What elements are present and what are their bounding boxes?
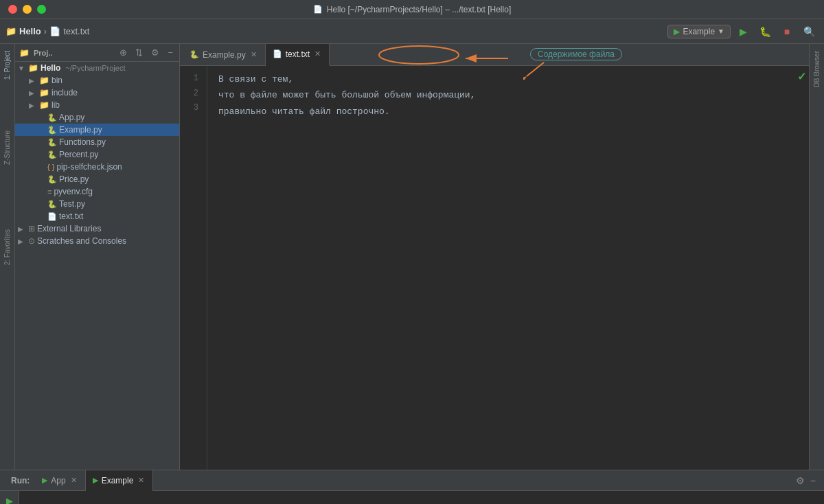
tree-item-pipselfcheck[interactable]: ▶ { } pip-selfcheck.json [15,161,179,173]
tree-item-pyvenvcfg[interactable]: ▶ ≡ pyvenv.cfg [15,185,179,198]
tree-item-scratches[interactable]: ▶ ⊙ Scratches and Consoles [15,235,179,247]
run-label: Run: [5,476,35,485]
traffic-lights [8,5,46,14]
tab-label: text.txt [286,49,310,59]
search-button[interactable]: 🔍 [799,22,819,41]
run-panel: Run: ▶ App ✕ ▶ Example ✕ ⚙ − ▶ ↑ ↓ ⏸ ⇄ ⬆… [0,470,824,504]
tree-item-functionspy[interactable]: ▶ 🐍 Functions.py [15,136,179,148]
python-file-icon: 🐍 [47,150,57,159]
run-tab-label: App [51,476,65,485]
text-file-icon: 📄 [47,212,57,221]
settings-icon[interactable]: ⚙ [149,47,161,58]
editor-content-area: 1 2 3 В связи с тем, что в файле может б… [180,66,809,470]
sync-icon[interactable]: ⇅ [133,47,145,58]
add-content-icon[interactable]: ⊕ [117,47,129,58]
run-close-icon[interactable]: − [808,474,819,488]
file-icon: 📄 [313,5,323,14]
tree-label: Scratches and Consoles [37,236,126,246]
run-tab-example[interactable]: ▶ Example ✕ [86,470,154,491]
tree-path: ~/PycharmProject [65,64,125,72]
run-side-buttons: ▶ ↑ ↓ ⏸ ⇄ ⬆ 🖨 🗑 [0,491,19,504]
sidebar-item-structure[interactable]: Z-Structure [2,126,12,169]
tree-label: Price.py [59,174,89,184]
tree-item-lib[interactable]: ▶ 📁 lib [15,99,179,111]
tree-item-bin[interactable]: ▶ 📁 bin [15,74,179,87]
folder-icon: 📁 [39,100,49,110]
annotation-bubble: Содержимое файла [530,48,622,60]
expand-arrow-icon: ▶ [18,225,26,233]
expand-arrow-icon: ▶ [29,89,37,97]
folder-icon: 📁 [39,88,49,98]
tree-item-pricepy[interactable]: ▶ 🐍 Price.py [15,173,179,185]
tab-highlight-oval [378,45,460,65]
project-icon: 📁 [5,26,16,36]
run-tab-icon: ▶ [42,476,47,485]
run-tab-close-icon[interactable]: ✕ [137,476,146,485]
tab-label: Example.py [203,50,246,60]
expand-arrow-icon: ▶ [29,77,37,84]
tree-label: External Libraries [37,224,101,233]
tree-label: Hello [41,63,60,73]
tree-item-root[interactable]: ▼ 📁 Hello ~/PycharmProject [15,62,179,74]
sidebar-item-db-browser[interactable]: DB Browser [812,47,822,91]
run-output: /Users/dmitriy/PycharmProjects/Hello/bin… [19,491,824,504]
run-tab-close-icon[interactable]: ✕ [69,476,78,485]
python-file-icon: 🐍 [47,175,57,184]
line-numbers: 1 2 3 [180,66,207,470]
sidebar-item-project[interactable]: 1: Project [2,47,12,84]
tree-item-texttxt[interactable]: ▶ 📄 text.txt [15,210,179,222]
dropdown-arrow-icon: ▼ [718,27,724,35]
tree-item-testpy[interactable]: ▶ 🐍 Test.py [15,198,179,210]
tree-label: include [52,88,78,98]
tab-close-icon[interactable]: ✕ [249,50,258,59]
maximize-button[interactable] [37,5,46,14]
tree-label: Test.py [59,199,85,209]
svg-point-0 [379,46,459,64]
debug-button[interactable]: 🐛 [755,22,775,41]
code-content[interactable]: В связи с тем, что в файле может быть бо… [207,66,809,470]
validation-checkmark-icon: ✓ [797,70,806,83]
tab-texttxt[interactable]: 📄 text.txt ✕ [266,44,330,66]
sidebar-item-favorites[interactable]: 2: Favorites [2,225,12,269]
annotation-text: Содержимое файла [530,48,622,60]
expand-arrow-icon: ▶ [29,102,37,109]
editor-tabs: 🐍 Example.py ✕ 📄 text.txt ✕ [180,44,809,66]
minimize-panel-icon[interactable]: − [165,47,175,58]
tree-label: lib [52,100,60,110]
run-config-selector[interactable]: ▶ Example ▼ [667,25,731,38]
file-tree-toolbar: 📁 Proj.. ⊕ ⇅ ⚙ − [15,44,179,62]
editor-content[interactable]: 1 2 3 В связи с тем, что в файле может б… [180,66,809,470]
run-panel-body: ▶ ↑ ↓ ⏸ ⇄ ⬆ 🖨 🗑 /Users/dmitriy/PycharmPr… [0,491,824,504]
editor-tabs-container: 🐍 Example.py ✕ 📄 text.txt ✕ [180,44,809,66]
run-play-button[interactable]: ▶ [2,494,17,504]
tree-item-include[interactable]: ▶ 📁 include [15,87,179,99]
tree-label: Example.py [59,125,102,135]
stop-button[interactable]: ■ [777,22,797,41]
main-layout: 1: Project Z-Structure 2: Favorites 📁 Pr… [0,44,824,470]
json-file-icon: { } [47,163,54,171]
minimize-button[interactable] [23,5,32,14]
folder-icon: 📁 [39,76,49,85]
tab-close-icon[interactable]: ✕ [313,49,322,58]
expand-arrow-icon: ▼ [18,65,26,72]
breadcrumb: 📁 Hello › 📄 text.txt [5,26,89,36]
line-number: 3 [185,101,198,116]
external-libs-icon: ⊞ [28,224,35,233]
window-title: 📄 Hello [~/PycharmProjects/Hello] – .../… [313,5,511,14]
python-file-icon: 🐍 [47,200,57,209]
file-tree: 📁 Proj.. ⊕ ⇅ ⚙ − ▼ 📁 Hello ~/PycharmProj… [15,44,180,470]
run-tab-icon: ▶ [93,476,98,485]
close-button[interactable] [8,5,17,14]
run-button[interactable]: ▶ [733,22,753,41]
tree-item-external-libs[interactable]: ▶ ⊞ External Libraries [15,222,179,235]
tree-label: Percent.py [59,150,98,159]
run-tab-app[interactable]: ▶ App ✕ [35,470,85,491]
main-toolbar: 📁 Hello › 📄 text.txt ▶ Example ▼ ▶ 🐛 ■ 🔍 [0,19,824,44]
run-settings-icon[interactable]: ⚙ [793,474,808,488]
tree-item-examplepy[interactable]: ▶ 🐍 Example.py [15,124,179,136]
tree-item-percentpy[interactable]: ▶ 🐍 Percent.py [15,148,179,161]
txt-tab-icon: 📄 [273,49,282,58]
tab-examplepy[interactable]: 🐍 Example.py ✕ [183,44,266,66]
tree-item-apppy[interactable]: ▶ 🐍 App.py [15,111,179,124]
tree-label: pyvenv.cfg [54,187,92,196]
